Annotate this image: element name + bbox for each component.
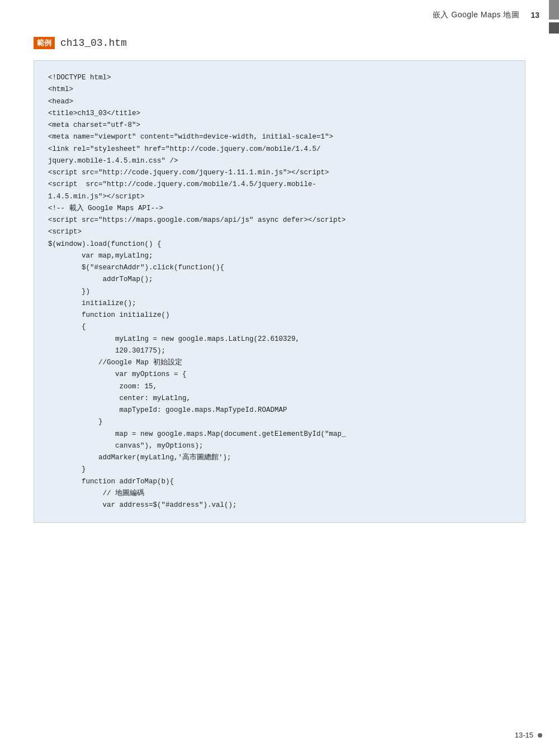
corner-bar-top bbox=[549, 0, 559, 20]
code-line: var myOptions = { bbox=[48, 369, 511, 381]
code-line: <html> bbox=[48, 84, 511, 96]
code-line: myLatlng = new google.maps.LatLng(22.610… bbox=[48, 334, 511, 345]
page-header: 嵌入 Google Maps 地圖 13 bbox=[0, 0, 559, 26]
code-line: <head> bbox=[48, 96, 511, 108]
code-line: <link rel="stylesheet" href="http://code… bbox=[48, 144, 511, 155]
code-line: <!-- 載入 Google Maps API--> bbox=[48, 203, 511, 215]
code-line: zoom: 15, bbox=[48, 381, 511, 393]
example-badge: 範例 bbox=[34, 37, 55, 49]
code-line: addrToMap(); bbox=[48, 274, 511, 286]
corner-bar-bottom bbox=[549, 22, 559, 34]
code-line: <script> bbox=[48, 226, 511, 238]
code-line: $(window).load(function() { bbox=[48, 239, 511, 250]
code-line: function addrToMap(b){ bbox=[48, 476, 511, 488]
main-content: 範例 ch13_03.htm <!DOCTYPE html><html><hea… bbox=[0, 26, 559, 531]
code-line: <title>ch13_03</title> bbox=[48, 108, 511, 120]
code-line: initialize(); bbox=[48, 298, 511, 310]
code-block: <!DOCTYPE html><html><head><title>ch13_0… bbox=[34, 60, 525, 523]
code-line: } bbox=[48, 416, 511, 428]
code-line: <meta charset="utf-8"> bbox=[48, 120, 511, 131]
code-line: mapTypeId: google.maps.MapTypeId.ROADMAP bbox=[48, 405, 511, 416]
code-line: <script src="https://maps.google.com/map… bbox=[48, 215, 511, 226]
code-line: <script src="http://code.jquery.com/mobi… bbox=[48, 179, 511, 191]
code-line: center: myLatlng, bbox=[48, 393, 511, 405]
code-line: <meta name="viewport" content="width=dev… bbox=[48, 131, 511, 143]
code-line: function initialize() bbox=[48, 310, 511, 321]
example-label-row: 範例 ch13_03.htm bbox=[34, 37, 127, 49]
corner-decoration bbox=[549, 0, 559, 34]
code-line: addMarker(myLatlng,'高市圖總館'); bbox=[48, 452, 511, 464]
code-line: <!DOCTYPE html> bbox=[48, 72, 511, 84]
code-line: } bbox=[48, 464, 511, 476]
page-number: 13 bbox=[530, 11, 539, 20]
code-line: // 地圖編碼 bbox=[48, 488, 511, 500]
code-line: jquery.mobile-1.4.5.min.css" /> bbox=[48, 155, 511, 167]
code-line: }) bbox=[48, 286, 511, 298]
code-line: //Google Map 初始設定 bbox=[48, 357, 511, 369]
example-filename: ch13_03.htm bbox=[60, 37, 127, 49]
code-line: <script src="http://code.jquery.com/jque… bbox=[48, 167, 511, 179]
footer-page-number: 13-15 bbox=[515, 731, 533, 739]
code-line: var address=$("#address").val(); bbox=[48, 500, 511, 511]
code-line: { bbox=[48, 321, 511, 333]
code-line: var map,myLatlng; bbox=[48, 250, 511, 262]
page-footer: 13-15 bbox=[515, 731, 542, 739]
code-line: 120.301775); bbox=[48, 345, 511, 357]
footer-dot bbox=[538, 733, 542, 738]
code-line: $("#searchAddr").click(function(){ bbox=[48, 262, 511, 274]
code-line: 1.4.5.min.js"></script> bbox=[48, 191, 511, 203]
code-line: map = new google.maps.Map(document.getEl… bbox=[48, 429, 511, 440]
code-line: canvas"), myOptions); bbox=[48, 440, 511, 452]
header-title: 嵌入 Google Maps 地圖 bbox=[433, 10, 520, 20]
